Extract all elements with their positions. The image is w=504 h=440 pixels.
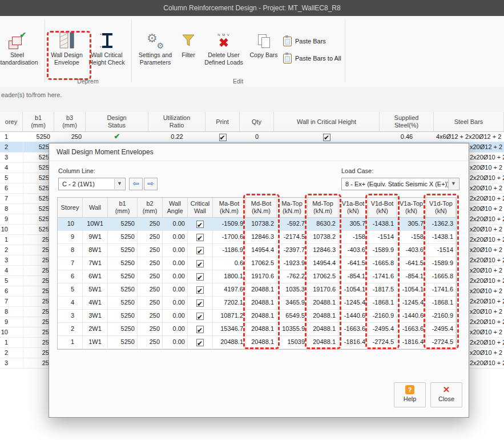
critical-wall-checkbox[interactable]	[196, 339, 204, 346]
ribbon-separator	[45, 19, 45, 82]
dialog-column-header[interactable]: V1d-Top(kN)	[426, 198, 456, 217]
wall-critical-height-check-button[interactable]: Wall Critical Height Check	[87, 30, 127, 75]
help-button[interactable]: ? Help	[394, 382, 426, 407]
bg-column-header[interactable]: Steel Bars	[434, 112, 504, 131]
dialog-column-header[interactable]: V1d-Bot(kN)	[368, 198, 397, 217]
storey-cell: 5	[0, 173, 8, 183]
dialog-column-header[interactable]: Md-Bot(kN.m)	[246, 198, 277, 217]
wall-angle-cell: 0.00	[163, 244, 188, 257]
wall-design-moment-envelopes-dialog: Wall Design Moment Envelopes Column Line…	[49, 143, 469, 418]
moment-value-cell: -854.1	[338, 270, 368, 283]
filter-button[interactable]: Filter	[176, 30, 201, 75]
dialog-column-header[interactable]: Ma-Top(kN.m)	[277, 198, 308, 217]
dialog-column-header-label: (kN.m)	[220, 207, 239, 215]
steel-bars-cell: x20Ø12 + 2	[470, 142, 504, 152]
steel-bars-cell: x20Ø10 + 2	[470, 306, 504, 317]
steel-standardisation-button[interactable]: ✔ Steel Standardisation	[0, 30, 42, 75]
copy-bars-button[interactable]: Copy Bars	[248, 30, 280, 75]
moment-value-cell: 10738.2	[246, 218, 277, 230]
dialog-column-header-label: Storey	[61, 204, 79, 211]
table-row[interactable]: 1 5250 250 ✔ 0.22 0 0.46 4x6Ø12 + 2x20Ø1…	[0, 131, 504, 142]
button-label: Parameters	[137, 59, 174, 66]
critical-wall-checkbox[interactable]	[196, 286, 204, 294]
dialog-column-header[interactable]: CriticalWall	[188, 198, 213, 217]
storey-cell: 1	[0, 234, 8, 245]
steel-bars-cell: 2x20Ø10 + 2	[470, 255, 504, 265]
paste-bars-to-all-button[interactable]: Paste Bars to All	[283, 51, 341, 65]
bg-column-header-label: (mm)	[31, 122, 46, 129]
dialog-table-row[interactable]: 22W152502500.0015346.720488.110355.92048…	[58, 323, 456, 336]
steel-bars-cell: 2x20Ø10 + 2	[470, 193, 504, 203]
window-title-bar: Column Reinforcement Design - Project: M…	[0, 0, 504, 16]
moment-value-cell: -1514	[368, 231, 397, 243]
bg-column-header[interactable]: b3(mm)	[54, 112, 86, 131]
bg-column-header[interactable]: b1(mm)	[23, 112, 54, 131]
dialog-column-header[interactable]: b2(mm)	[138, 198, 163, 217]
storey-cell: 9	[58, 231, 83, 243]
critical-wall-checkbox[interactable]	[196, 221, 204, 228]
bg-column-header[interactable]: Wall in Critical Height	[274, 112, 380, 131]
critical-wall-checkbox[interactable]	[196, 273, 204, 281]
critical-wall-checkbox[interactable]	[196, 299, 204, 307]
b1-cell: 5250	[108, 283, 138, 296]
b1-cell: 525	[23, 193, 49, 203]
dialog-column-header[interactable]: Storey	[58, 198, 83, 217]
dialog-table-row[interactable]: 88W152502500.00-1186.914954.4-2397.71284…	[58, 244, 456, 257]
critical-wall-checkbox[interactable]	[196, 326, 204, 333]
moment-value-cell: 15346.7	[213, 323, 246, 335]
bg-column-header[interactable]: Print	[205, 112, 240, 131]
dialog-column-header[interactable]: Md-Top(kN.m)	[308, 198, 338, 217]
dialog-table-row[interactable]: 77W152502500.000.617062.5-1923.914954.4-…	[58, 257, 456, 270]
critical-wall-checkbox[interactable]	[196, 260, 204, 267]
column-line-select[interactable]: C - 2 (1W1) ▼	[58, 178, 126, 190]
bg-column-header[interactable]: Qty	[240, 112, 274, 131]
moment-value-cell: 20488.1	[246, 323, 277, 335]
close-button[interactable]: ✕ Close	[430, 382, 462, 407]
paste-bars-button[interactable]: Paste Bars	[283, 34, 326, 48]
dialog-table-row[interactable]: 11W152502500.0020488.120488.11503920488.…	[58, 336, 456, 349]
window-title: Column Reinforcement Design - Project: M…	[163, 4, 340, 12]
bg-column-header-label: b1	[35, 114, 42, 122]
b2-cell: 250	[138, 283, 163, 296]
dialog-table-row[interactable]: 55W152502500.004197.620488.11035.319170.…	[58, 283, 456, 297]
delete-loads-icon: N M V ✖	[203, 30, 244, 51]
dialog-table-row[interactable]: 44W152502500.007202.120488.13465.920488.…	[58, 297, 456, 310]
delete-user-defined-loads-button[interactable]: N M V ✖ Delete User Defined Loads	[203, 30, 244, 75]
arrow-left-icon: ⇦	[132, 179, 139, 188]
dialog-table-row[interactable]: 33W152502500.0010871.220488.16549.520488…	[58, 310, 456, 323]
previous-column-line-button[interactable]: ⇦	[129, 178, 143, 190]
moment-value-cell: -2495.4	[426, 323, 456, 335]
critical-wall-cell	[188, 323, 213, 335]
bg-column-header[interactable]: orey	[0, 112, 23, 131]
load-case-select[interactable]: 8 - Ex+ (Equiv. Static Seismic X (E+)) ▼	[341, 178, 459, 190]
critical-wall-checkbox[interactable]	[196, 247, 204, 254]
moment-value-cell: -641.5	[397, 257, 426, 270]
dialog-column-header[interactable]: V1a-Top(kN)	[397, 198, 426, 217]
moment-value-cell: 12846.3	[308, 244, 338, 257]
bg-column-header[interactable]: DesignStatus	[86, 112, 148, 131]
settings-parameters-button[interactable]: ⚙⚙ Settings and Parameters	[137, 30, 174, 75]
dialog-column-header[interactable]: Wall	[83, 198, 108, 217]
storey-cell: 6	[0, 183, 8, 193]
wall-critical-checkbox[interactable]	[323, 134, 330, 141]
bg-column-header[interactable]: SuppliedSteel(%)	[380, 112, 434, 131]
bg-column-header[interactable]: UtilizationRatio	[148, 112, 205, 131]
print-checkbox[interactable]	[219, 134, 227, 141]
critical-wall-checkbox[interactable]	[196, 234, 204, 241]
critical-wall-checkbox[interactable]	[196, 313, 204, 320]
dialog-table-row[interactable]: 1010W152502500.00-1509.910738.2-592.7863…	[58, 218, 456, 231]
wall-design-envelope-button[interactable]: Wall Design Envelope	[49, 30, 84, 75]
dialog-table-row[interactable]: 99W152502500.00-1700.612846.3-2174.51073…	[58, 231, 456, 244]
moment-value-cell: 17062.5	[308, 270, 338, 283]
dialog-table-row[interactable]: 66W152502500.001800.119170.6-762.217062.…	[58, 270, 456, 283]
dialog-column-header[interactable]: V1a-Bot(kN)	[338, 198, 368, 217]
next-column-line-button[interactable]: ⇨	[144, 178, 158, 190]
storey-cell: 10	[0, 327, 8, 337]
storey-cell: 10	[0, 224, 8, 234]
steel-bars-cell: x20Ø10 + 2	[470, 286, 504, 296]
dialog-column-header[interactable]: Ma-Bot(kN.m)	[213, 198, 246, 217]
dialog-column-header[interactable]: WallAngle	[163, 198, 188, 217]
dialog-column-header-label: Wall	[194, 207, 206, 215]
dialog-column-header[interactable]: b1(mm)	[108, 198, 138, 217]
storey-cell: 10	[58, 218, 83, 230]
